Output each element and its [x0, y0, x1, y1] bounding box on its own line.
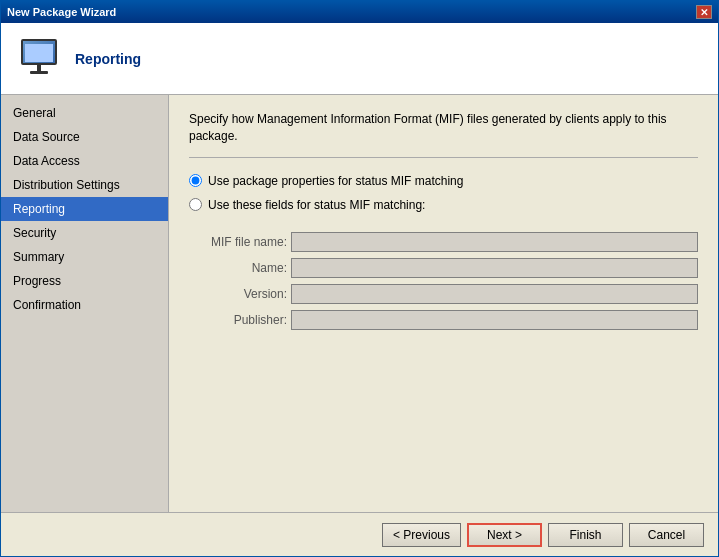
radio-input-1[interactable] [189, 174, 202, 187]
monitor-base [30, 71, 48, 74]
radio-input-2[interactable] [189, 198, 202, 211]
label-publisher: Publisher: [197, 313, 287, 327]
fields-section: MIF file name: Name: Version: Publisher: [197, 232, 698, 330]
header-icon [15, 35, 63, 83]
next-button[interactable]: Next > [467, 523, 542, 547]
monitor-screen [25, 44, 53, 62]
cancel-button[interactable]: Cancel [629, 523, 704, 547]
radio-label-2: Use these fields for status MIF matching… [208, 198, 425, 212]
field-row-publisher: Publisher: [197, 310, 698, 330]
monitor-shape [21, 39, 57, 65]
label-version: Version: [197, 287, 287, 301]
description-text: Specify how Management Information Forma… [189, 111, 698, 145]
field-row-version: Version: [197, 284, 698, 304]
label-mif-filename: MIF file name: [197, 235, 287, 249]
sidebar-item-data-source[interactable]: Data Source [1, 125, 168, 149]
window-title: New Package Wizard [7, 6, 116, 18]
radio-group: Use package properties for status MIF ma… [189, 174, 698, 212]
header-panel: Reporting [1, 23, 718, 95]
field-row-name: Name: [197, 258, 698, 278]
wizard-window: New Package Wizard ✕ Reporting General D… [0, 0, 719, 557]
sidebar-item-summary[interactable]: Summary [1, 245, 168, 269]
close-button[interactable]: ✕ [696, 5, 712, 19]
monitor-stand [37, 65, 41, 71]
sidebar-item-data-access[interactable]: Data Access [1, 149, 168, 173]
sidebar-item-general[interactable]: General [1, 101, 168, 125]
radio-label-1: Use package properties for status MIF ma… [208, 174, 463, 188]
finish-button[interactable]: Finish [548, 523, 623, 547]
label-name: Name: [197, 261, 287, 275]
sidebar: General Data Source Data Access Distribu… [1, 95, 169, 512]
input-version[interactable] [291, 284, 698, 304]
title-bar: New Package Wizard ✕ [1, 1, 718, 23]
input-mif-filename[interactable] [291, 232, 698, 252]
sidebar-item-progress[interactable]: Progress [1, 269, 168, 293]
footer: < Previous Next > Finish Cancel [1, 512, 718, 556]
sidebar-item-distribution-settings[interactable]: Distribution Settings [1, 173, 168, 197]
sidebar-item-reporting[interactable]: Reporting [1, 197, 168, 221]
field-row-mif-filename: MIF file name: [197, 232, 698, 252]
radio-option-2[interactable]: Use these fields for status MIF matching… [189, 198, 698, 212]
previous-button[interactable]: < Previous [382, 523, 461, 547]
content-area: General Data Source Data Access Distribu… [1, 95, 718, 512]
radio-option-1[interactable]: Use package properties for status MIF ma… [189, 174, 698, 188]
sidebar-item-security[interactable]: Security [1, 221, 168, 245]
header-title: Reporting [75, 51, 141, 67]
main-panel: Specify how Management Information Forma… [169, 95, 718, 512]
sidebar-item-confirmation[interactable]: Confirmation [1, 293, 168, 317]
input-publisher[interactable] [291, 310, 698, 330]
input-name[interactable] [291, 258, 698, 278]
divider [189, 157, 698, 158]
